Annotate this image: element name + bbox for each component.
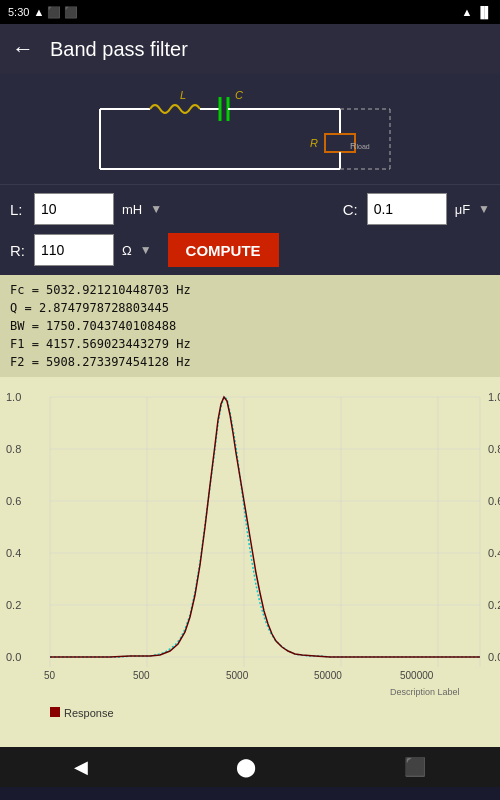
svg-text:0.6: 0.6 [488,495,500,507]
result-bw: BW = 1750.7043740108488 [10,317,490,335]
battery-icon: ▐▌ [476,6,492,18]
circuit-svg: L C R Rload [90,79,410,179]
controls-area: L: mH ▼ C: μF ▼ R: Ω ▼ COMPUTE [0,184,500,275]
status-left: 5:30 ▲ ⬛ ⬛ [8,6,78,19]
svg-text:0.4: 0.4 [488,547,500,559]
l-input[interactable] [34,193,114,225]
l-label: L: [10,201,26,218]
signal-icon: ▲ [462,6,473,18]
r-dropdown-icon[interactable]: ▼ [140,243,152,257]
result-f2: F2 = 5908.273397454128 Hz [10,353,490,371]
controls-row-2: R: Ω ▼ COMPUTE [10,233,490,267]
result-fc: Fc = 5032.921210448703 Hz [10,281,490,299]
c-dropdown-icon[interactable]: ▼ [478,202,490,216]
svg-text:0.6: 0.6 [6,495,21,507]
svg-text:L: L [180,89,186,101]
status-bar: 5:30 ▲ ⬛ ⬛ ▲ ▐▌ [0,0,500,24]
svg-text:0.4: 0.4 [6,547,21,559]
status-icons: ▲ ⬛ ⬛ [33,6,78,19]
back-nav-button[interactable]: ◀ [62,752,100,782]
svg-text:Rload: Rload [350,141,370,151]
svg-text:500: 500 [133,670,150,681]
svg-text:50000: 50000 [314,670,342,681]
svg-text:0.0: 0.0 [6,651,21,663]
chart-area: 1.0 0.8 0.6 0.4 0.2 0.0 1.0 0.8 0.6 0.4 … [0,377,500,747]
svg-text:Description Label: Description Label [390,687,460,697]
time-display: 5:30 [8,6,29,18]
result-f1: F1 = 4157.569023443279 Hz [10,335,490,353]
back-button[interactable]: ← [12,36,34,62]
page-title: Band pass filter [50,38,188,61]
svg-text:0.8: 0.8 [6,443,21,455]
c-input[interactable] [367,193,447,225]
compute-button[interactable]: COMPUTE [168,233,279,267]
svg-text:C: C [235,89,243,101]
svg-text:Response: Response [64,707,114,719]
svg-text:0.0: 0.0 [488,651,500,663]
svg-text:500000: 500000 [400,670,434,681]
svg-text:50: 50 [44,670,56,681]
home-nav-button[interactable]: ⬤ [224,752,268,782]
svg-text:0.2: 0.2 [6,599,21,611]
l-unit: mH [122,202,142,217]
c-label: C: [343,201,359,218]
r-label: R: [10,242,26,259]
top-bar: ← Band pass filter [0,24,500,74]
recents-nav-button[interactable]: ⬛ [392,752,438,782]
c-unit: μF [455,202,470,217]
svg-text:5000: 5000 [226,670,249,681]
result-q: Q = 2.8747978728803445 [10,299,490,317]
svg-text:1.0: 1.0 [6,391,21,403]
circuit-diagram: L C R Rload [0,74,500,184]
svg-rect-48 [50,707,60,717]
r-unit: Ω [122,243,132,258]
l-dropdown-icon[interactable]: ▼ [150,202,162,216]
controls-row-1: L: mH ▼ C: μF ▼ [10,193,490,225]
r-input[interactable] [34,234,114,266]
svg-text:0.8: 0.8 [488,443,500,455]
results-area: Fc = 5032.921210448703 Hz Q = 2.87479787… [0,275,500,377]
chart-svg: 1.0 0.8 0.6 0.4 0.2 0.0 1.0 0.8 0.6 0.4 … [0,377,500,747]
svg-text:1.0: 1.0 [488,391,500,403]
svg-text:0.2: 0.2 [488,599,500,611]
status-right: ▲ ▐▌ [462,6,492,18]
bottom-nav: ◀ ⬤ ⬛ [0,747,500,787]
svg-text:R: R [310,137,318,149]
